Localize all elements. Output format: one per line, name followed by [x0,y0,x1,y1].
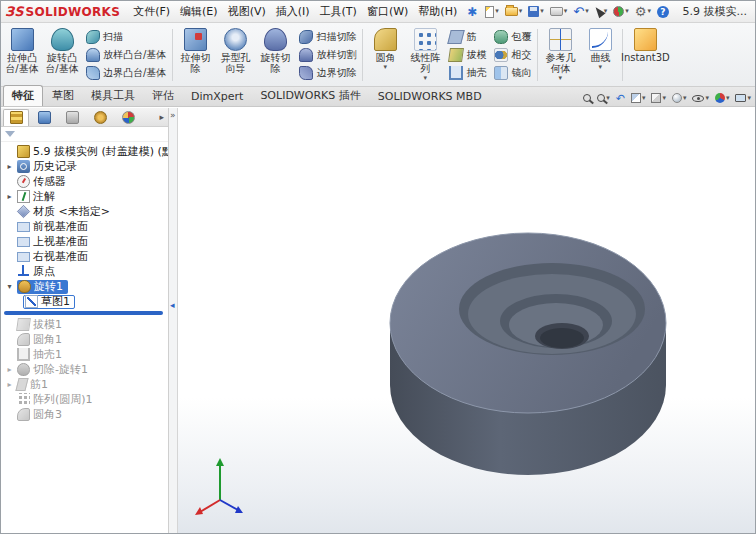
tab-displaymanager[interactable] [115,109,141,126]
panel-expand-chevron[interactable]: » [170,110,176,120]
display-style-button[interactable]: ▾ [670,92,689,104]
revolved-boss-button[interactable]: 旋转凸台/基体 [43,25,81,85]
rib-feature-icon [15,378,28,391]
filter-funnel-icon[interactable] [5,131,15,137]
options-button[interactable]: ⚙▾ [632,4,654,19]
expand-arrow[interactable]: ▸ [5,192,14,201]
help-button[interactable]: ? [654,4,672,20]
tree-item-right-plane[interactable]: 右视基准面 [1,249,168,264]
tree-item-annotations[interactable]: ▸ 注解 [1,189,168,204]
new-document-button[interactable]: ▾ [482,4,502,20]
graphics-area[interactable] [178,108,755,534]
tree-item-rib1[interactable]: ▸ 筋1 [1,377,168,392]
linear-pattern-button[interactable]: 线性阵列 ▾ [406,25,444,85]
tree-item-revolve1[interactable]: ▾ 旋转1 [1,279,168,294]
swept-boss-button[interactable]: 扫描 [86,28,166,45]
instant3d-button[interactable]: Instant3D [626,25,664,85]
tree-item-shell1[interactable]: 抽壳1 [1,347,168,362]
rollback-bar[interactable] [4,311,163,315]
origin-icon [17,265,30,278]
boundary-cut-button[interactable]: 边界切除 [299,65,356,82]
revolved-cut-button[interactable]: 旋转切除 [256,25,294,85]
tab-propertymanager[interactable] [31,109,57,126]
lofted-boss-button[interactable]: 放样凸台/基体 [86,47,166,64]
save-document-button[interactable]: ▾ [525,4,547,19]
fillet-button[interactable]: 圆角 ▾ [366,25,404,85]
tab-sketch[interactable]: 草图 [44,86,82,106]
tab-featuremanager[interactable] [3,109,29,126]
document-title: 5.9 拔模实... [683,4,751,19]
lofted-cut-button[interactable]: 放样切割 [299,47,356,64]
tab-solidworks-addins[interactable]: SOLIDWORKS 插件 [252,86,368,106]
fillet-icon [374,28,397,51]
menu-tools[interactable]: 工具(T) [315,1,362,22]
plane-icon [17,252,30,262]
tree-item-sensors[interactable]: 传感器 [1,174,168,189]
rebuild-button[interactable]: ▾ [610,4,632,19]
open-document-button[interactable]: ▾ [502,5,526,18]
menu-insert[interactable]: 插入(I) [271,1,315,22]
tab-solidworks-mbd[interactable]: SOLIDWORKS MBD [370,88,490,106]
hide-show-items-button[interactable]: ▾ [690,94,711,103]
tab-configurationmanager[interactable] [59,109,85,126]
zoom-area-button[interactable]: ▾ [595,93,612,103]
reference-geometry-button[interactable]: 参考几何体 ▾ [541,25,579,85]
tab-dimxpert[interactable]: DimXpert [183,88,251,106]
previous-view-button[interactable]: ↶ [614,93,627,104]
panel-splitter[interactable]: » ◂ [169,108,178,534]
expand-arrow[interactable]: ▸ [5,162,14,171]
tab-mold-tools[interactable]: 模具工具 [83,86,143,106]
panel-tab-overflow-arrow[interactable]: ▸ [159,112,166,122]
view-settings-button[interactable]: ▾ [733,93,753,103]
menu-edit[interactable]: 编辑(E) [175,1,223,22]
tab-dimxpertmanager[interactable] [87,109,113,126]
menu-help[interactable]: 帮助(H) [413,1,462,22]
zoom-fit-button[interactable] [581,93,593,103]
rib-button[interactable]: 筋 [449,28,486,45]
tree-item-origin[interactable]: 原点 [1,264,168,279]
extruded-cut-button[interactable]: 拉伸切除 [176,25,214,85]
splitter-handle[interactable]: ◂ [170,300,175,310]
tab-features[interactable]: 特征 [3,85,43,106]
tree-item-draft1[interactable]: 拔模1 [1,317,168,332]
tab-evaluate[interactable]: 评估 [144,86,182,106]
select-tool-button[interactable]: ▾ [592,4,611,19]
tree-item-sketch1[interactable]: 草图1 [1,294,168,309]
gear-icon: ⚙ [635,6,647,17]
tree-item-history[interactable]: ▸ 历史记录 [1,159,168,174]
intersect-button[interactable]: 相交 [494,47,531,64]
dropdown-caret: ▾ [540,8,544,15]
hole-wizard-button[interactable]: 异型孔向导 [216,25,254,85]
collapse-arrow[interactable]: ▾ [5,282,14,291]
tree-item-material[interactable]: 材质 <未指定> [1,204,168,219]
curves-button[interactable]: 曲线 ▾ [581,25,619,85]
extruded-boss-button[interactable]: 拉伸凸台/基体 [3,25,41,85]
tree-item-part-root[interactable]: 5.9 拔模实例 (封盖建模) (默认<<默认 [1,144,168,159]
cut-feature-stack: 扫描切除 放样切割 边界切除 [296,25,359,85]
display-style-icon [672,93,682,103]
tree-item-circular-pattern1[interactable]: 阵列(圆周)1 [1,392,168,407]
edit-appearance-button[interactable]: ▾ [713,92,732,104]
menu-window[interactable]: 窗口(W) [362,1,413,22]
expand-arrow[interactable]: ▸ [5,365,14,374]
boundary-boss-button[interactable]: 边界凸台/基体 [86,65,166,82]
shell-button[interactable]: 抽壳 [449,65,486,82]
draft-button[interactable]: 拔模 [449,47,486,64]
tree-item-fillet1[interactable]: 圆角1 [1,332,168,347]
tree-item-top-plane[interactable]: 上视基准面 [1,234,168,249]
swept-cut-button[interactable]: 扫描切除 [299,28,356,45]
wrap-button[interactable]: 包覆 [494,28,531,45]
menu-file[interactable]: 文件(F) [128,1,175,22]
tree-item-cut-revolve1[interactable]: ▸ 切除-旋转1 [1,362,168,377]
menu-view[interactable]: 视图(V) [223,1,271,22]
mirror-button[interactable]: 镜向 [494,65,531,82]
print-button[interactable]: ▾ [547,5,571,18]
pin-star-icon[interactable]: ✱ [467,5,477,19]
tree-item-front-plane[interactable]: 前视基准面 [1,219,168,234]
expand-arrow[interactable]: ▸ [5,380,14,389]
view-orientation-button[interactable]: ▾ [649,92,668,104]
model-disc[interactable] [390,233,666,475]
undo-button[interactable]: ↶▾ [570,4,591,19]
tree-item-fillet3[interactable]: 圆角3 [1,407,168,422]
section-view-button[interactable]: ▾ [629,92,648,104]
